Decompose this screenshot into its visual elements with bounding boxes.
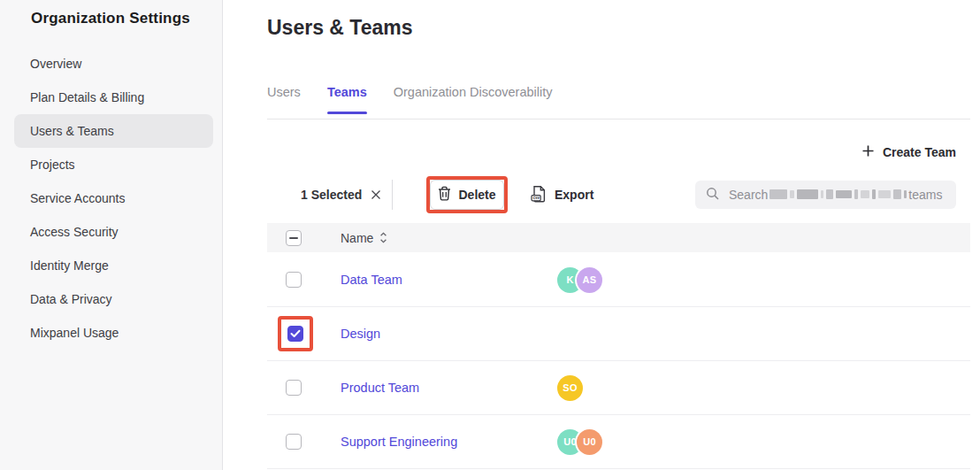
member-avatars: SO [557, 375, 583, 401]
redacted-text [769, 189, 907, 199]
name-column-header[interactable]: Name [341, 231, 387, 245]
tabs-divider [267, 119, 970, 119]
svg-text:csv: csv [533, 196, 540, 200]
avatar: AS [577, 267, 602, 293]
plus-icon [861, 144, 875, 160]
tab-bar: UsersTeamsOrganization Discoverability [267, 85, 552, 113]
row-checkbox[interactable] [286, 434, 302, 450]
delete-annotation-box: Delete [426, 176, 508, 213]
search-placeholder: Searchteams [729, 188, 942, 202]
main-content: Users & Teams UsersTeamsOrganization Dis… [224, 0, 980, 470]
row-checkbox[interactable] [287, 326, 303, 342]
row-checkbox[interactable] [286, 272, 302, 288]
sidebar-item-label: Service Accounts [30, 191, 125, 205]
tab-users[interactable]: Users [267, 85, 301, 113]
sidebar-item-label: Identity Merge [30, 258, 109, 273]
team-name-link[interactable]: Data Team [341, 273, 402, 287]
tab-teams[interactable]: Teams [327, 85, 367, 113]
trash-icon [438, 186, 451, 204]
sidebar: Organization Settings OverviewPlan Detai… [0, 0, 223, 470]
row-checkbox[interactable] [286, 380, 302, 396]
avatar: U0 [577, 429, 602, 455]
sidebar-item-access-security[interactable]: Access Security [0, 215, 222, 249]
sidebar-item-mixpanel-usage[interactable]: Mixpanel Usage [0, 316, 222, 350]
sidebar-item-label: Mixpanel Usage [30, 326, 119, 340]
table-row-support-engineering: Support EngineeringU0U0 [267, 415, 970, 469]
sidebar-item-label: Projects [30, 158, 75, 172]
page-title: Users & Teams [267, 16, 413, 40]
avatar: SO [557, 375, 583, 401]
app-root: Organization Settings OverviewPlan Detai… [0, 0, 980, 470]
sort-icon[interactable] [379, 232, 387, 243]
sidebar-item-service-accounts[interactable]: Service Accounts [0, 181, 222, 215]
selected-count-label: 1 Selected [301, 188, 362, 202]
search-icon [706, 187, 720, 204]
table-body: Data TeamKASDesignProduct TeamSOSupport … [267, 253, 970, 469]
sidebar-item-label: Access Security [30, 225, 119, 239]
member-avatars: U0U0 [557, 429, 602, 455]
table-row-product-team: Product TeamSO [267, 361, 970, 415]
delete-button-label: Delete [458, 188, 495, 202]
create-team-button[interactable]: Create Team [861, 144, 956, 160]
delete-button[interactable]: Delete [430, 180, 504, 210]
name-column-label: Name [341, 231, 373, 245]
clear-selection-icon[interactable] [370, 189, 382, 201]
team-name-link[interactable]: Product Team [341, 381, 419, 395]
csv-file-icon: csv [531, 185, 547, 205]
tab-organization-discoverability[interactable]: Organization Discoverability [394, 85, 553, 113]
indeterminate-minus-icon [289, 237, 298, 239]
table-header: Name [267, 223, 970, 252]
export-button[interactable]: csv Export [531, 181, 593, 209]
sidebar-nav: OverviewPlan Details & BillingUsers & Te… [0, 47, 222, 350]
search-input[interactable]: Searchteams [695, 181, 956, 209]
table-row-design: Design [267, 307, 970, 361]
team-name-link[interactable]: Design [341, 327, 380, 341]
table-row-data-team: Data TeamKAS [267, 253, 970, 307]
selection-count: 1 Selected [301, 188, 382, 202]
sidebar-item-projects[interactable]: Projects [0, 148, 222, 181]
create-team-label: Create Team [883, 145, 956, 159]
sidebar-item-label: Data & Privacy [30, 292, 112, 306]
sidebar-title: Organization Settings [31, 10, 190, 27]
sidebar-item-label: Users & Teams [30, 124, 114, 138]
member-avatars: KAS [557, 267, 602, 293]
sidebar-item-users-teams[interactable]: Users & Teams [14, 114, 213, 148]
sidebar-item-plan-details-billing[interactable]: Plan Details & Billing [0, 81, 222, 114]
sidebar-item-label: Plan Details & Billing [30, 90, 144, 104]
select-all-checkbox[interactable] [286, 230, 302, 246]
export-button-label: Export [555, 188, 593, 202]
check-icon [290, 329, 301, 338]
sidebar-item-overview[interactable]: Overview [0, 47, 222, 81]
team-name-link[interactable]: Support Engineering [341, 435, 457, 449]
annotation-highlight-box [278, 316, 313, 351]
toolbar-divider [392, 180, 393, 210]
sidebar-item-identity-merge[interactable]: Identity Merge [0, 249, 222, 282]
sidebar-item-label: Overview [30, 57, 81, 71]
sidebar-item-data-privacy[interactable]: Data & Privacy [0, 282, 222, 316]
